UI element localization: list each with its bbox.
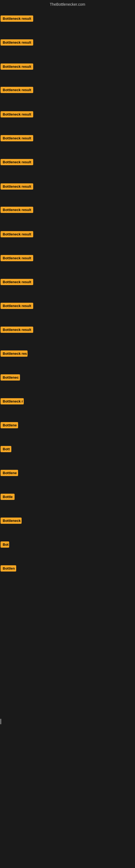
- result-row-11[interactable]: Bottleneck result: [1, 255, 33, 262]
- bottleneck-badge-1[interactable]: Bottleneck result: [1, 16, 33, 22]
- result-row-12[interactable]: Bottleneck result: [1, 279, 33, 286]
- bottleneck-badge-9[interactable]: Bottleneck result: [1, 207, 33, 213]
- result-row-5[interactable]: Bottleneck result: [1, 111, 33, 119]
- bottleneck-badge-20[interactable]: Bottlene: [1, 470, 18, 476]
- result-row-16[interactable]: Bottlenec: [1, 374, 20, 382]
- bottleneck-badge-14[interactable]: Bottleneck result: [1, 327, 33, 333]
- bottleneck-badge-19[interactable]: Bott: [1, 446, 11, 452]
- bottleneck-badge-22[interactable]: Bottleneck: [1, 518, 21, 524]
- result-row-14[interactable]: Bottleneck result: [1, 327, 33, 334]
- result-row-1[interactable]: Bottleneck result: [1, 16, 33, 23]
- result-row-21[interactable]: Bottle: [1, 494, 14, 501]
- bottleneck-badge-11[interactable]: Bottleneck result: [1, 255, 33, 261]
- bottleneck-badge-23[interactable]: Bot: [1, 541, 9, 548]
- cursor-indicator: [1, 719, 1, 724]
- bottleneck-badge-16[interactable]: Bottlenec: [1, 374, 20, 380]
- result-row-18[interactable]: Bottlene: [1, 422, 18, 429]
- result-row-15[interactable]: Bottleneck res: [1, 350, 28, 358]
- result-row-8[interactable]: Bottleneck result: [1, 183, 33, 191]
- result-row-23[interactable]: Bot: [1, 541, 9, 549]
- bottleneck-badge-21[interactable]: Bottle: [1, 494, 14, 500]
- result-row-9[interactable]: Bottleneck result: [1, 207, 33, 214]
- result-row-2[interactable]: Bottleneck result: [1, 39, 33, 46]
- bottleneck-badge-24[interactable]: Bottlen: [1, 565, 16, 571]
- bottleneck-badge-4[interactable]: Bottleneck result: [1, 87, 33, 93]
- site-header: TheBottlenecker.com: [0, 0, 135, 8]
- bottleneck-badge-8[interactable]: Bottleneck result: [1, 183, 33, 190]
- result-row-22[interactable]: Bottleneck: [1, 518, 21, 525]
- bottleneck-badge-3[interactable]: Bottleneck result: [1, 63, 33, 70]
- bottleneck-badge-15[interactable]: Bottleneck res: [1, 350, 28, 357]
- result-row-20[interactable]: Bottlene: [1, 470, 18, 477]
- result-row-17[interactable]: Bottleneck r: [1, 398, 24, 405]
- result-row-7[interactable]: Bottleneck result: [1, 159, 33, 166]
- page-wrapper: TheBottlenecker.com Bottleneck resultBot…: [0, 0, 135, 868]
- result-row-6[interactable]: Bottleneck result: [1, 135, 33, 143]
- result-row-10[interactable]: Bottleneck result: [1, 231, 33, 239]
- result-row-4[interactable]: Bottleneck result: [1, 87, 33, 94]
- bottleneck-badge-12[interactable]: Bottleneck result: [1, 279, 33, 285]
- bottleneck-badge-6[interactable]: Bottleneck result: [1, 135, 33, 141]
- result-row-19[interactable]: Bott: [1, 446, 11, 453]
- result-row-24[interactable]: Bottlen: [1, 565, 16, 572]
- bottleneck-badge-5[interactable]: Bottleneck result: [1, 111, 33, 118]
- site-title: TheBottlenecker.com: [50, 2, 85, 6]
- bottleneck-badge-7[interactable]: Bottleneck result: [1, 159, 33, 165]
- result-row-3[interactable]: Bottleneck result: [1, 63, 33, 71]
- bottleneck-badge-17[interactable]: Bottleneck r: [1, 398, 24, 404]
- bottleneck-badge-13[interactable]: Bottleneck result: [1, 303, 33, 309]
- bottleneck-badge-18[interactable]: Bottlene: [1, 422, 18, 428]
- bottleneck-badge-10[interactable]: Bottleneck result: [1, 231, 33, 237]
- bottleneck-badge-2[interactable]: Bottleneck result: [1, 39, 33, 45]
- result-row-13[interactable]: Bottleneck result: [1, 303, 33, 310]
